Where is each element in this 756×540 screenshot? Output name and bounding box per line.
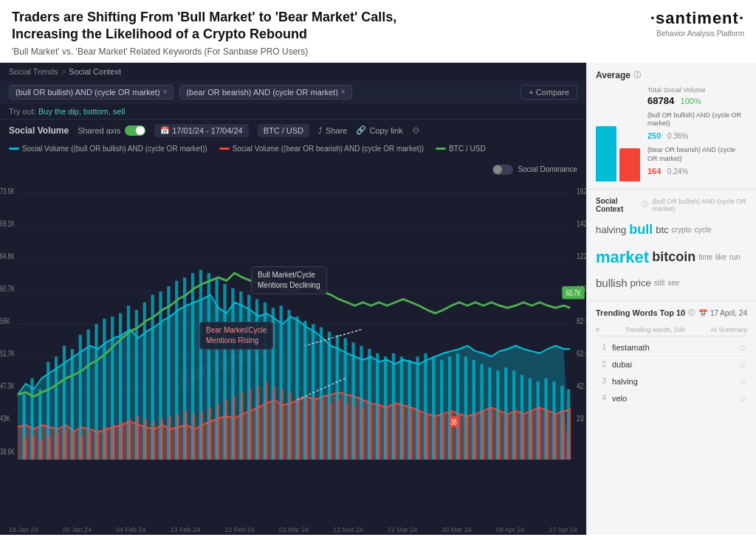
word-crypto[interactable]: crypto [672,226,692,234]
x-label-9: 09 Apr 24 [496,526,525,533]
breadcrumb-separator: > [61,67,66,76]
x-label-3: 13 Feb 24 [171,526,201,533]
svg-rect-142 [402,405,404,459]
svg-rect-154 [498,411,500,460]
word-cloud: halving bull btc crypto cycle market bit… [596,219,747,293]
word-bitcoin[interactable]: bitcoin [652,249,695,265]
try-out-link[interactable]: Buy the dip, bottom, sell [38,107,125,116]
svg-rect-103 [89,432,91,460]
total-pct: 100% [681,97,701,105]
svg-rect-155 [506,414,508,460]
trending-word-1[interactable]: fiestamath [612,343,732,352]
svg-rect-161 [554,414,556,460]
date-range-picker[interactable]: 📅 17/01/24 - 17/04/24 [154,124,248,137]
svg-rect-115 [185,411,187,460]
word-cycle[interactable]: cycle [695,226,712,234]
share-label: Share [326,126,347,135]
svg-text:56K: 56K [0,317,10,325]
x-label-7: 21 Mar 24 [388,526,418,533]
svg-rect-156 [514,411,516,460]
svg-rect-119 [217,403,219,459]
compare-button[interactable]: + Compare [520,85,577,100]
close-tag-2-icon[interactable]: × [341,88,346,96]
average-info-icon[interactable]: ⓘ [633,70,641,80]
word-time[interactable]: time [698,253,712,261]
share-icon: ⤴ [318,126,323,135]
svg-rect-143 [410,407,412,460]
svg-rect-121 [233,396,235,459]
trending-emoji-1[interactable]: ☺ [738,342,747,353]
word-still[interactable]: still [654,279,664,287]
word-bull[interactable]: bull [629,222,653,238]
svg-rect-118 [209,407,211,460]
legend-item-red: Social Volume ((bear OR bearish) AND (cy… [219,145,425,153]
svg-text:38: 38 [450,418,456,426]
dominance-label: Social Dominance [518,165,577,173]
svg-rect-107 [120,421,123,459]
svg-rect-162 [562,411,564,460]
red-pct: 0.24% [667,167,688,176]
svg-rect-111 [153,421,155,459]
trending-word-2[interactable]: dubai [612,360,732,369]
breadcrumb-parent[interactable]: Social Trends [9,67,58,76]
dominance-toggle[interactable] [492,165,513,175]
trending-word-3[interactable]: halving [612,377,732,386]
svg-text:42.75: 42.75 [577,381,586,391]
word-like[interactable]: like [715,253,726,261]
santiment-logo: ·santiment· Behavior Analysis Platform [626,9,744,38]
trending-row-2[interactable]: 2 dubai ☺ [596,356,747,373]
trending-row-4[interactable]: 4 velo ☺ [596,390,747,407]
trending-row-1[interactable]: 1 fiestamath ☺ [596,339,747,356]
legend-item-cyan: Social Volume ((bull OR bullish) AND (cy… [9,145,207,153]
calendar-icon-trending: 📅 [698,309,707,317]
trending-emoji-3[interactable]: ☺ [738,376,747,387]
svg-text:69.1K: 69.1K [0,220,15,228]
breadcrumb-current: Social Context [69,67,121,76]
word-bullish[interactable]: bullish [596,277,628,289]
chart-svg: 162 142 122 102 82.5 62.625 42.75 23 73.… [0,178,586,525]
search-tag-2[interactable]: (bear OR bearish) AND (cycle OR market) … [179,85,351,100]
legend-label-green: BTC / USD [449,145,485,153]
svg-rect-126 [273,386,275,460]
svg-rect-139 [377,403,379,459]
close-tag-1-icon[interactable]: × [163,88,168,96]
svg-rect-159 [538,407,540,460]
svg-rect-137 [361,407,363,460]
svg-text:142: 142 [577,219,586,229]
word-see[interactable]: see [667,279,679,287]
social-info-icon[interactable]: ⓘ [642,200,648,210]
legend-item-green: BTC / USD [436,145,485,153]
search-tag-1[interactable]: (bull OR bullish) AND (cycle OR market) … [9,85,173,100]
trending-row-3[interactable]: 3 halving ☺ [596,373,747,390]
search-bar: (bull OR bullish) AND (cycle OR market) … [0,80,586,104]
svg-rect-120 [225,400,227,460]
svg-rect-147 [441,414,444,460]
trending-emoji-2[interactable]: ☺ [738,359,747,370]
svg-text:60.7K: 60.7K [0,285,15,293]
svg-rect-110 [145,418,147,460]
social-context-label: Social Context [596,197,637,213]
svg-text:43K: 43K [0,415,10,423]
trending-emoji-4[interactable]: ☺ [738,393,747,404]
word-price[interactable]: price [630,277,651,288]
svg-rect-109 [137,416,139,460]
share-button[interactable]: ⤴ Share [318,126,347,135]
trending-info-icon[interactable]: ⓘ [688,308,695,318]
word-btc[interactable]: btc [656,224,668,235]
copy-link-button[interactable]: 🔗 Copy link [356,125,402,135]
logo-tagline: Behavior Analysis Platform [626,30,744,38]
svg-rect-105 [104,427,106,460]
average-stats: Total Social Volume 68784 100% (bull OR … [647,86,747,181]
word-run[interactable]: run [729,253,740,261]
main-title: Traders are Shifting From 'Bull Market' … [12,9,455,44]
word-market[interactable]: market [596,248,649,267]
svg-rect-127 [281,389,284,459]
social-context-for: (bull OR bullish) AND (cycle OR market) [653,198,747,212]
shared-axis-toggle[interactable] [125,125,145,136]
trending-word-4[interactable]: velo [612,394,732,403]
word-halving[interactable]: halving [596,224,626,235]
svg-rect-150 [466,416,468,460]
ticker-display[interactable]: BTC / USD [258,124,309,137]
gear-icon[interactable]: ⚙ [412,125,420,136]
x-label-4: 22 Feb 24 [224,526,255,533]
